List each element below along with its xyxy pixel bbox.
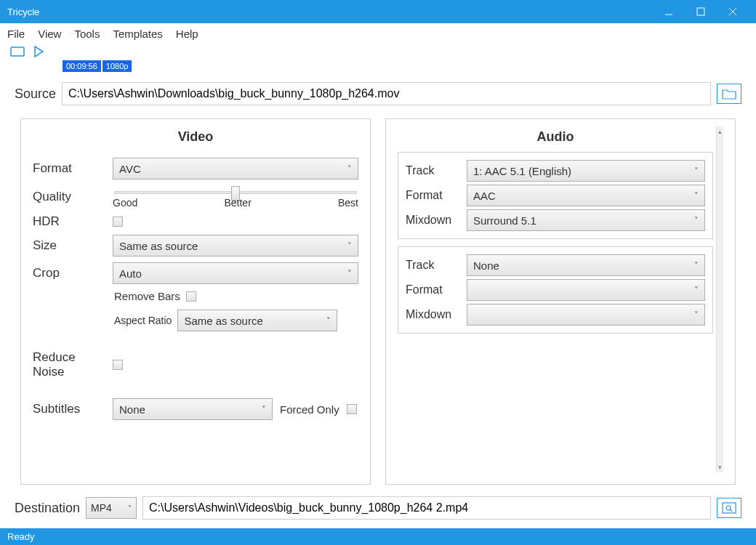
forced-only-label: Forced Only <box>280 403 339 416</box>
size-label: Size <box>33 238 105 253</box>
destination-input[interactable] <box>142 496 711 520</box>
window-title: Tricycle <box>7 7 653 17</box>
video-format-label: Format <box>33 161 105 176</box>
scroll-up-icon[interactable]: ▴ <box>718 128 722 135</box>
audio1-mixdown-label: Mixdown <box>406 214 459 227</box>
status-text: Ready <box>7 531 35 542</box>
svg-line-8 <box>730 509 732 512</box>
audio-panel: Audio Track 1: AAC 5.1 (English) Format … <box>385 118 736 485</box>
hdr-label: HDR <box>33 214 105 229</box>
audio-group-1: Track 1: AAC 5.1 (English) Format AAC Mi… <box>398 152 713 239</box>
video-title: Video <box>33 126 358 152</box>
svg-rect-1 <box>697 8 704 15</box>
audio1-format-label: Format <box>406 189 459 202</box>
menubar: File View Tools Templates Help <box>0 23 756 44</box>
slider-thumb[interactable] <box>231 186 240 201</box>
hdr-checkbox[interactable] <box>113 217 123 227</box>
destination-label: Destination <box>15 501 80 516</box>
menu-tools[interactable]: Tools <box>74 28 100 40</box>
close-button[interactable] <box>717 0 749 23</box>
container-select[interactable]: MP4 <box>86 497 137 519</box>
source-label: Source <box>15 86 56 102</box>
audio-group-2: Track None Format Mixdown <box>398 246 713 334</box>
menu-help[interactable]: Help <box>176 28 198 40</box>
reduce-noise-checkbox[interactable] <box>113 360 123 370</box>
search-folder-icon <box>722 502 736 514</box>
subtitles-label: Subtitles <box>33 402 105 416</box>
menu-view[interactable]: View <box>38 28 61 40</box>
svg-rect-6 <box>723 503 736 513</box>
folder-icon <box>722 88 736 100</box>
statusbar: Ready <box>0 528 756 545</box>
minimize-button[interactable] <box>653 0 685 23</box>
menu-file[interactable]: File <box>7 28 25 40</box>
forced-only-checkbox[interactable] <box>347 404 357 414</box>
video-panel: Video Format AVC Quality Good Better Bes… <box>20 118 371 485</box>
aspect-select[interactable]: Same as source <box>177 310 337 331</box>
aspect-label: Aspect Ratio <box>114 315 172 326</box>
audio1-mixdown-select[interactable]: Surround 5.1 <box>467 209 705 231</box>
duration-tag: 00:09:56 <box>63 60 101 72</box>
maximize-button[interactable] <box>685 0 717 23</box>
preview-icon[interactable] <box>10 47 25 57</box>
menu-templates[interactable]: Templates <box>113 28 162 40</box>
svg-rect-4 <box>11 47 24 56</box>
browse-source-button[interactable] <box>717 84 741 104</box>
source-input[interactable] <box>62 82 711 105</box>
audio1-track-select[interactable]: 1: AAC 5.1 (English) <box>467 160 705 182</box>
remove-bars-checkbox[interactable] <box>186 291 196 302</box>
reduce-noise-label: Reduce Noise <box>33 350 105 379</box>
video-format-select[interactable]: AVC <box>113 158 358 179</box>
quality-good: Good <box>113 197 137 209</box>
audio-title: Audio <box>398 126 713 152</box>
audio2-mixdown-select[interactable] <box>467 304 705 326</box>
scroll-down-icon[interactable]: ▾ <box>718 464 722 471</box>
browse-destination-button[interactable] <box>717 498 741 518</box>
svg-marker-5 <box>35 47 43 57</box>
audio2-track-label: Track <box>406 259 459 272</box>
crop-select[interactable]: Auto <box>113 262 358 284</box>
quality-slider[interactable] <box>114 191 357 194</box>
play-icon[interactable] <box>33 46 44 57</box>
audio2-format-label: Format <box>406 283 459 296</box>
quality-label: Quality <box>33 190 105 204</box>
audio1-format-select[interactable]: AAC <box>467 185 705 206</box>
audio2-mixdown-label: Mixdown <box>406 308 459 321</box>
audio2-track-select[interactable]: None <box>467 254 705 276</box>
audio2-format-select[interactable] <box>467 279 705 301</box>
audio-scrollbar[interactable]: ▴ ▾ <box>716 126 723 472</box>
remove-bars-label: Remove Bars <box>114 290 180 302</box>
subtitles-select[interactable]: None <box>113 398 273 420</box>
resolution-tag: 1080p <box>102 60 132 72</box>
titlebar: Tricycle <box>0 0 756 23</box>
audio1-track-label: Track <box>406 164 459 177</box>
quality-best: Best <box>338 197 358 209</box>
size-select[interactable]: Same as source <box>113 235 358 257</box>
crop-label: Crop <box>33 266 105 280</box>
